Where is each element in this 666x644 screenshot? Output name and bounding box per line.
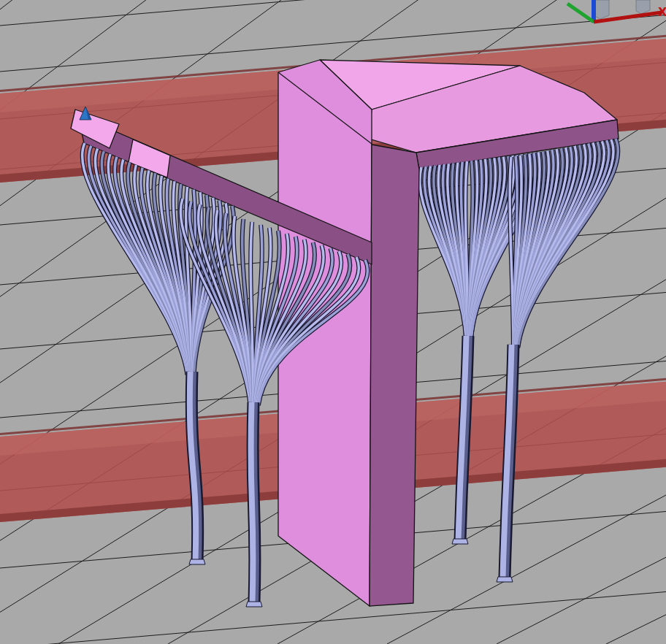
wall-side-face[interactable]: [370, 145, 419, 606]
support-foot-pad: [497, 577, 513, 582]
support-foot-pad: [452, 539, 468, 544]
scene-svg: X: [0, 0, 666, 644]
viewport-3d[interactable]: X: [0, 0, 666, 644]
support-trunk-front: [250, 402, 253, 603]
support-foot-pad: [189, 559, 205, 564]
support-foot-pad: [246, 602, 262, 607]
